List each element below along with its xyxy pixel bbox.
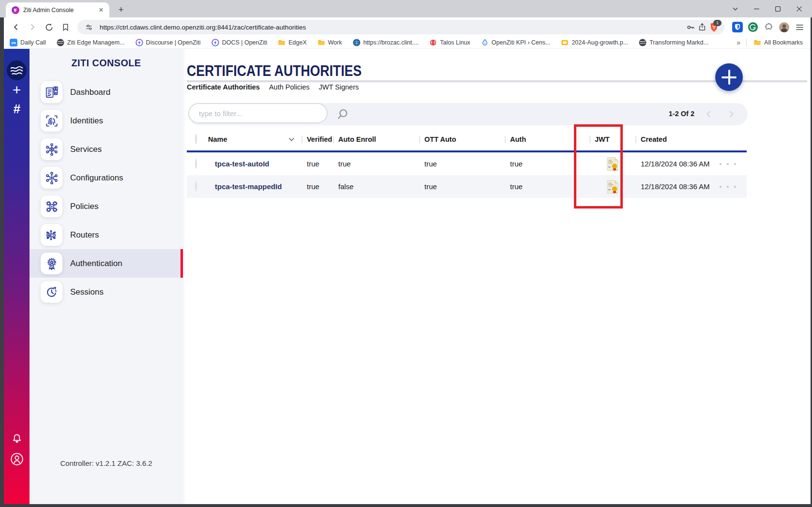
bitwarden-icon[interactable] [731,21,744,33]
talos-icon [429,39,437,46]
bookmark-item[interactable]: EdgeX [278,39,307,46]
cell-created: 12/18/2024 08:36 AM [635,182,719,191]
bell-icon[interactable] [11,432,23,444]
rail-hash-button[interactable]: # [4,101,30,117]
sidebar-item-authentication[interactable]: Authentication [30,249,183,278]
bookmark-item[interactable]: Discourse | OpenZiti [135,39,201,46]
shield-badge: 1 [713,20,722,26]
key-icon[interactable] [685,21,696,33]
page-title: CERTIFICATE AUTHORITIES [187,62,361,80]
omnibox[interactable]: https://ctrl.cdaws.clint.demo.openziti.o… [77,20,724,34]
reload-icon[interactable] [43,21,55,33]
url-text[interactable]: https://ctrl.cdaws.clint.demo.openziti.o… [100,24,685,31]
bookmark-item[interactable]: Work [317,39,342,46]
close-window-icon[interactable] [795,4,803,13]
sidebar-item-policies[interactable]: Policies [30,192,183,221]
cell-verified: true [301,160,333,168]
rail-add-button[interactable]: + [4,82,30,98]
column-header-name[interactable]: Name [208,135,301,143]
menu-icon[interactable] [793,21,806,33]
tab-auth-policies[interactable]: Auth Policies [269,83,310,91]
brave-shield-icon[interactable]: 1 [708,21,720,33]
row-menu-dots[interactable]: ● ● ● [719,184,747,189]
bookmark-item[interactable]: zmDaily Call [10,39,46,46]
sidebar-item-routers[interactable]: Routers [30,221,183,249]
profile-icon[interactable] [10,452,24,466]
select-all-checkbox[interactable] [187,135,208,144]
cell-created: 12/18/2024 08:36 AM [635,160,719,168]
bookmark-item[interactable]: Ziti Edge Managem... [57,39,125,46]
table-row[interactable]: tpca-test-mappedIdtruefalsetruetrue12/18… [187,175,747,198]
bookmark-item[interactable]: DOCS | OpenZiti [211,39,268,46]
tab-certificate-authorities[interactable]: Certificate Authorities [187,83,260,91]
cell-name[interactable]: tpca-test-mappedId [208,182,301,191]
browser-tab[interactable]: Ziti Admin Console ✕ [6,2,109,17]
bookmark-item[interactable]: OpenZiti KPI › Cens... [481,39,551,46]
chevron-right-icon[interactable] [725,108,737,120]
sidebar-item-sessions[interactable]: Sessions [30,278,183,306]
back-icon[interactable] [10,21,22,33]
all-bookmarks-button[interactable]: All Bookmarks [753,39,803,46]
sidebar-item-label: Routers [70,230,99,240]
sidebar-item-services[interactable]: Services [30,135,183,164]
tab-title: Ziti Admin Console [23,7,97,14]
subtabs: Certificate AuthoritiesAuth PoliciesJWT … [187,83,359,91]
tab-close-icon[interactable]: ✕ [97,6,105,15]
ziti-logo-icon[interactable] [7,60,27,80]
add-certificate-authority-button[interactable] [715,63,743,91]
grammarly-icon[interactable] [747,21,759,33]
column-header-ott_auto[interactable]: OTT Auto [419,135,505,143]
sidebar-item-dashboard[interactable]: Dashboard [30,78,183,106]
table-row[interactable]: tpca-test-autoIdtruetruetruetrue12/18/20… [187,152,747,175]
bookmark-icon[interactable] [59,21,72,33]
policies-icon [41,195,62,217]
cell-verified: true [301,182,333,191]
pagination-count: 1-2 Of 2 [669,110,694,118]
bookmark-label: 2024-Aug-growth.p... [571,39,628,46]
column-header-created[interactable]: Created [635,135,719,143]
column-header-verified[interactable]: Verified [301,135,333,143]
main-panel: CERTIFICATE AUTHORITIES Certificate Auth… [183,49,811,504]
cell-ott-auto: true [419,160,505,168]
certificate-authorities-table: NameVerifiedAuto EnrollOTT AutoAuthJWTCr… [187,128,747,198]
avatar[interactable] [778,21,790,33]
cell-ott-auto: true [419,182,505,191]
sidebar-item-configurations[interactable]: Configurations [30,164,183,192]
share-icon[interactable] [696,21,708,33]
sidebar-title: ZITI CONSOLE [34,57,179,69]
table-body: tpca-test-autoIdtruetruetruetrue12/18/20… [187,152,747,198]
bookmark-item[interactable]: Talos Linux [429,39,470,46]
search-icon[interactable] [336,108,349,120]
row-menu-dots[interactable]: ● ● ● [719,161,747,166]
dark-globe-icon [57,39,64,46]
bookmark-label: https://brozac.clint.... [363,39,419,46]
window-controls [731,0,808,17]
puzzle-icon[interactable] [762,21,775,33]
filter-input[interactable] [188,103,328,123]
sessions-icon [41,281,62,303]
jwt-column-highlight [574,124,623,209]
bookmark-item[interactable]: Transforming Markd... [639,39,708,46]
svg-text:zm: zm [11,41,16,45]
chevron-left-icon[interactable] [703,108,715,120]
cell-auto-enroll: false [333,182,419,191]
openziti-bolt-icon [211,39,219,46]
dark-globe-icon [639,39,647,46]
new-tab-button[interactable]: + [115,4,127,15]
column-header-auto_enroll[interactable]: Auto Enroll [333,135,419,143]
row-checkbox[interactable] [187,160,208,168]
tab-search-chevron-icon[interactable] [731,4,739,13]
maximize-icon[interactable] [773,4,782,13]
sidebar-item-identities[interactable]: Identities [30,106,183,135]
bookmark-label: Discourse | OpenZiti [146,39,201,46]
bookmark-item[interactable]: 2024-Aug-growth.p... [561,39,628,46]
sort-chevron-icon[interactable] [288,137,295,142]
minimize-icon[interactable] [752,4,761,13]
cell-name[interactable]: tpca-test-autoId [208,160,301,168]
row-checkbox[interactable] [187,182,208,191]
tab-jwt-signers[interactable]: JWT Signers [319,83,359,91]
forward-icon[interactable] [26,21,39,33]
bookmarks-overflow-chevron[interactable]: » [737,39,739,46]
bookmark-item[interactable]: https://brozac.clint.... [353,39,419,46]
tune-icon[interactable] [83,21,95,33]
